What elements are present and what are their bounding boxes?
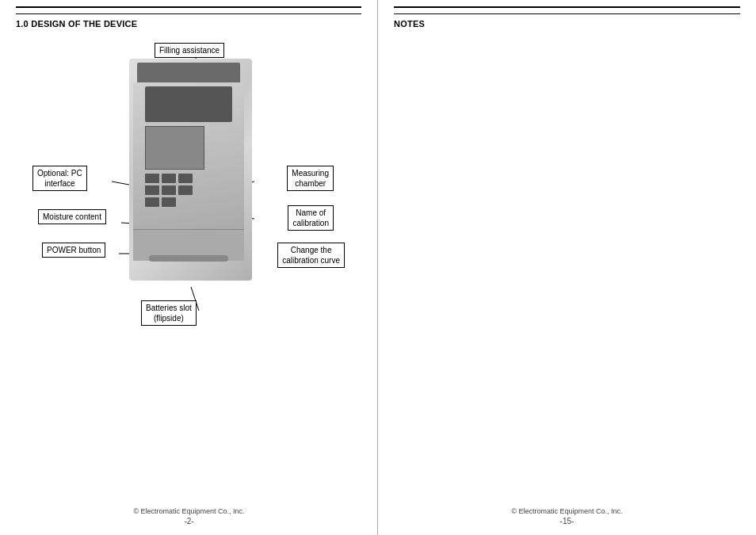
device-image [129,59,252,281]
footer-page-left: -2- [0,517,378,525]
footer-company-right: © Electromatic Equipment Co., Inc. [378,507,756,515]
footer-left: © Electromatic Equipment Co., Inc. -2- [0,507,378,525]
left-page: 1.0 DESIGN OF THE DEVICE [0,0,378,535]
right-page: NOTES © Electromatic Equipment Co., Inc.… [378,0,756,535]
label-change-calibration: Change thecalibration curve [277,243,345,268]
notes-title: NOTES [394,19,740,29]
label-power-button: POWER button [42,243,105,258]
label-pc-interface: Optional: PCinterface [32,166,87,191]
label-moisture-content: Moisture content [38,209,106,224]
section-title: 1.0 DESIGN OF THE DEVICE [16,19,361,29]
footer-right: © Electromatic Equipment Co., Inc. -15- [378,507,756,525]
label-batteries-slot: Batteries slot(flipside) [141,300,197,326]
top-rule-left [16,6,361,14]
label-name-of-calibration: Name ofcalibration [288,205,334,231]
diagram-area: Filling assistance Optional: PCinterface… [18,35,359,336]
label-measuring-chamber: Measuringchamber [287,166,334,191]
top-rule-right [394,6,740,14]
footer-company-left: © Electromatic Equipment Co., Inc. [0,507,378,515]
footer-page-right: -15- [378,517,756,525]
page-container: 1.0 DESIGN OF THE DEVICE [0,0,756,535]
label-filling-assistance: Filling assistance [155,43,224,58]
